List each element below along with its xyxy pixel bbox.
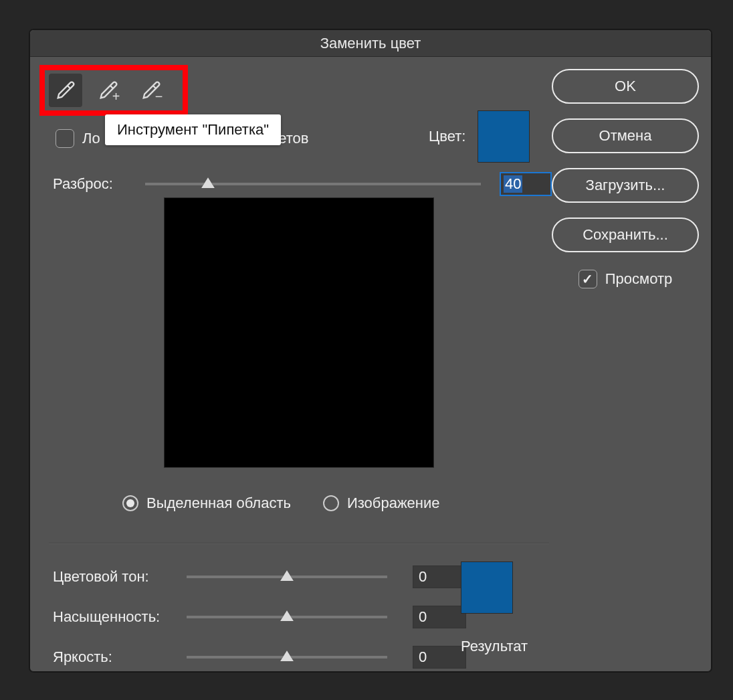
preview-checkbox-label: Просмотр [605, 270, 672, 288]
saturation-slider[interactable] [187, 616, 387, 618]
hue-slider-thumb[interactable] [280, 570, 294, 581]
lightness-slider-thumb[interactable] [280, 650, 294, 661]
result-label: Результат [461, 638, 528, 655]
radio-image[interactable]: Изображение [323, 495, 440, 512]
lightness-row: Яркость: 0 [53, 646, 466, 669]
replace-color-dialog: Заменить цвет + [29, 29, 712, 672]
preview-checkbox-row: Просмотр [552, 270, 699, 288]
localized-clusters-label-part1: Ло [82, 130, 100, 147]
left-panel: + − Инструмент "Пипетка" Ло xxxxxxxxxxxx… [43, 65, 552, 657]
lightness-input[interactable]: 0 [413, 646, 466, 669]
fuzziness-label: Разброс: [53, 175, 145, 193]
eyedropper-add-button[interactable]: + [92, 74, 125, 107]
source-color-swatch[interactable] [478, 110, 530, 163]
ok-button[interactable]: OK [552, 69, 699, 104]
save-button[interactable]: Сохранить... [552, 217, 699, 252]
eyedropper-plus-icon: + [97, 79, 120, 102]
saturation-row: Насыщенность: 0 [53, 606, 466, 628]
eyedropper-icon [54, 79, 77, 102]
fuzziness-row: Разброс: 40 [53, 172, 552, 196]
fuzziness-slider[interactable] [145, 183, 481, 185]
selection-preview [164, 197, 434, 468]
hue-slider[interactable] [187, 576, 387, 578]
hue-label: Цветовой тон: [53, 568, 187, 586]
radio-image-label: Изображение [347, 495, 440, 512]
eyedropper-tooltip: Инструмент "Пипетка" [105, 114, 281, 145]
saturation-input[interactable]: 0 [413, 606, 466, 628]
fuzziness-slider-thumb[interactable] [201, 177, 215, 188]
svg-text:−: − [155, 89, 163, 102]
radio-image-indicator [323, 495, 339, 511]
dialog-title: Заменить цвет [30, 30, 711, 57]
result-color-swatch[interactable] [461, 561, 513, 614]
dialog-body: + − Инструмент "Пипетка" Ло xxxxxxxxxxxx… [30, 57, 711, 671]
cancel-button[interactable]: Отмена [552, 118, 699, 153]
eyedropper-button[interactable] [49, 74, 82, 107]
radio-selection-label: Выделенная область [146, 495, 291, 512]
load-button[interactable]: Загрузить... [552, 168, 699, 203]
right-button-column: OK Отмена Загрузить... Сохранить... Прос… [552, 65, 699, 657]
separator [49, 543, 549, 543]
eyedropper-subtract-button[interactable]: − [134, 74, 168, 107]
source-color-label: Цвет: [429, 128, 465, 145]
source-color-row: Цвет: [429, 110, 530, 163]
saturation-label: Насыщенность: [53, 608, 187, 626]
localized-clusters-checkbox[interactable] [56, 129, 74, 148]
saturation-slider-thumb[interactable] [280, 610, 294, 621]
svg-text:+: + [112, 89, 120, 102]
radio-selection-indicator [122, 495, 138, 511]
hue-row: Цветовой тон: 0 [53, 565, 466, 588]
lightness-slider[interactable] [187, 656, 387, 659]
preview-mode-radios: Выделенная область Изображение [122, 495, 440, 512]
eyedropper-minus-icon: − [140, 79, 163, 102]
preview-checkbox[interactable] [579, 270, 597, 288]
fuzziness-value: 40 [504, 175, 522, 193]
radio-selection[interactable]: Выделенная область [122, 495, 291, 512]
eyedropper-tool-group: + − [39, 65, 188, 116]
hue-input[interactable]: 0 [413, 565, 466, 588]
fuzziness-input[interactable]: 40 [500, 172, 552, 196]
lightness-label: Яркость: [53, 648, 187, 666]
